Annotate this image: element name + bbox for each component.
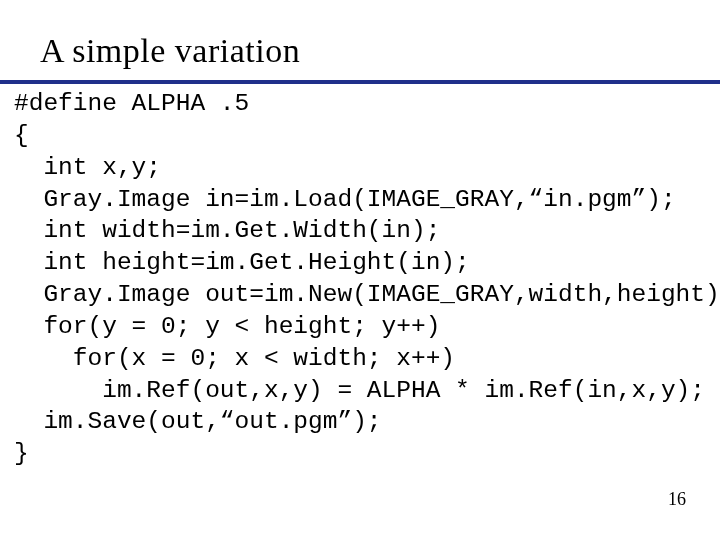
slide: A simple variation #define ALPHA .5 { in… <box>0 0 720 540</box>
code-block: #define ALPHA .5 { int x,y; Gray.Image i… <box>14 88 720 470</box>
code-line: int x,y; <box>14 154 161 181</box>
code-line: #define ALPHA .5 <box>14 90 249 117</box>
code-line: int height=im.Get.Height(in); <box>14 249 470 276</box>
code-line: Gray.Image in=im.Load(IMAGE_GRAY,“in.pgm… <box>14 186 676 213</box>
title-underline <box>0 80 720 84</box>
code-line: for(y = 0; y < height; y++) <box>14 313 440 340</box>
code-line: Gray.Image out=im.New(IMAGE_GRAY,width,h… <box>14 281 720 308</box>
code-line: im.Save(out,“out.pgm”); <box>14 408 382 435</box>
code-line: for(x = 0; x < width; x++) <box>14 345 455 372</box>
code-line: im.Ref(out,x,y) = ALPHA * im.Ref(in,x,y)… <box>14 377 705 404</box>
slide-title: A simple variation <box>40 32 300 70</box>
page-number: 16 <box>668 489 686 510</box>
code-line: int width=im.Get.Width(in); <box>14 217 440 244</box>
code-line: { <box>14 122 29 149</box>
code-line: } <box>14 440 29 467</box>
